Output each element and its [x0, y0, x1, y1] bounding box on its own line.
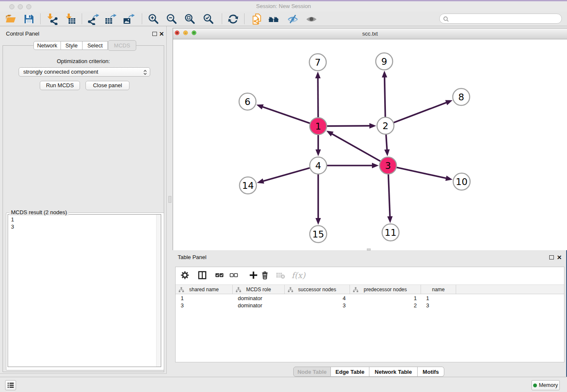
column-header-3[interactable]: predecessor nodes: [350, 285, 421, 294]
column-header-0[interactable]: shared name: [176, 285, 233, 294]
table-cell[interactable]: dominator: [238, 295, 285, 302]
memory-button[interactable]: Memory: [531, 380, 560, 390]
table-cell[interactable]: 1: [181, 295, 233, 302]
close-window-button[interactable]: [9, 4, 14, 9]
mcds-result-scrollbar[interactable]: [156, 215, 161, 367]
tab-style[interactable]: Style: [61, 41, 83, 50]
zoom-fit-icon[interactable]: [184, 13, 196, 25]
task-history-button[interactable]: [5, 380, 16, 390]
network-window-title: scc.txt: [173, 28, 567, 39]
table-cell[interactable]: 3: [426, 302, 456, 309]
hide-view-icon[interactable]: [287, 13, 299, 25]
table-tabs: Node TableEdge TableNetwork TableMotifs: [293, 367, 444, 377]
close-panel-icon[interactable]: ✕: [159, 31, 164, 36]
export-network-icon[interactable]: [87, 13, 99, 25]
graph-node-label: 14: [242, 180, 254, 191]
table-cell[interactable]: 4: [285, 295, 346, 302]
split-divider-handle[interactable]: [367, 248, 371, 251]
table-cell[interactable]: 3: [181, 302, 233, 309]
save-icon[interactable]: [23, 13, 35, 25]
zoom-selected-icon[interactable]: [203, 13, 215, 25]
graph-node-label: 4: [315, 160, 321, 171]
network-share-doc-icon[interactable]: [251, 13, 263, 25]
graph-edge-arrow: [256, 104, 264, 109]
graph-edge-arrow: [257, 178, 264, 183]
home-views-icon[interactable]: [268, 13, 280, 25]
dropdown-stepper-icon: [143, 69, 147, 76]
tab-node-table[interactable]: Node Table: [293, 367, 331, 377]
graph-edge-arrow: [446, 176, 453, 181]
minimize-window-button[interactable]: [18, 4, 23, 9]
columns-icon[interactable]: [198, 271, 207, 280]
graph-edge[interactable]: [385, 102, 448, 126]
graph-edge-arrow: [387, 216, 393, 223]
column-header-4[interactable]: name: [421, 285, 456, 294]
graph-edge[interactable]: [331, 133, 388, 166]
table-header: shared nameMCDS rolesuccessor nodesprede…: [176, 284, 564, 294]
memory-label: Memory: [539, 382, 558, 388]
graph-edge-arrow: [382, 71, 387, 77]
select-all-icon[interactable]: [215, 271, 224, 280]
tab-network[interactable]: Network: [33, 41, 61, 50]
delete-table-icon[interactable]: [276, 271, 285, 280]
import-table-icon[interactable]: [64, 13, 76, 25]
export-image-icon[interactable]: [123, 13, 135, 25]
mcds-result-text[interactable]: 1 3: [8, 214, 161, 367]
optimization-dropdown[interactable]: strongly connected component: [19, 67, 150, 77]
graph-edge-arrow: [315, 72, 321, 78]
maximize-icon[interactable]: +: [192, 30, 196, 35]
show-view-icon[interactable]: [306, 13, 317, 25]
function-builder-icon: f(x): [292, 271, 306, 280]
toolbar-separator: [222, 14, 222, 24]
minimize-icon[interactable]: −: [183, 30, 188, 35]
refresh-icon[interactable]: [227, 13, 239, 25]
open-folder-icon[interactable]: [5, 13, 17, 25]
control-panel-tabs: NetworkStyleSelectMCDS: [33, 41, 136, 50]
search-icon: [443, 16, 449, 22]
table-cell[interactable]: 3: [285, 302, 346, 309]
split-divider-handle[interactable]: [168, 196, 171, 203]
tab-network-table[interactable]: Network Table: [369, 367, 418, 377]
zoom-in-icon[interactable]: [148, 13, 160, 25]
export-table-icon[interactable]: [105, 13, 116, 25]
table-cell[interactable]: dominator: [238, 302, 285, 309]
graph-node-label: 10: [456, 177, 468, 187]
toolbar-separator: [40, 14, 41, 24]
main-toolbar: [0, 11, 567, 26]
close-icon[interactable]: ✕: [175, 30, 179, 35]
tab-select[interactable]: Select: [83, 41, 108, 50]
close-panel-button[interactable]: Close panel: [85, 81, 129, 90]
search-input[interactable]: [439, 14, 562, 24]
graph-edge-arrow: [384, 149, 390, 156]
import-network-icon[interactable]: [46, 13, 58, 25]
tab-edge-table[interactable]: Edge Table: [331, 367, 369, 377]
graph-node-label: 8: [458, 92, 464, 102]
table-cell[interactable]: 1: [426, 295, 456, 302]
delete-row-icon[interactable]: [260, 271, 270, 280]
float-panel-icon[interactable]: [549, 255, 554, 259]
table-cell[interactable]: 1: [350, 295, 417, 302]
app-titlebar: Session: New Session: [0, 1, 567, 11]
zoom-out-icon[interactable]: [166, 13, 178, 25]
tab-mcds[interactable]: MCDS: [108, 40, 136, 51]
add-row-icon[interactable]: [249, 271, 258, 280]
sort-icon: [353, 287, 358, 293]
network-canvas[interactable]: 7968124314101511: [173, 39, 567, 250]
gear-icon[interactable]: [180, 271, 190, 280]
zoom-window-button[interactable]: [26, 4, 31, 9]
close-panel-icon[interactable]: ✕: [557, 255, 562, 260]
float-panel-icon[interactable]: [152, 32, 157, 36]
control-panel-title: Control Panel: [6, 30, 39, 37]
column-header-2[interactable]: successor nodes: [285, 285, 350, 294]
table-cell[interactable]: 2: [350, 302, 417, 309]
run-mcds-button[interactable]: Run MCDS: [40, 81, 80, 90]
graph-edge[interactable]: [261, 106, 318, 126]
select-none-icon[interactable]: [229, 271, 238, 280]
column-header-1[interactable]: MCDS role: [233, 285, 285, 294]
tab-motifs[interactable]: Motifs: [418, 367, 444, 377]
graph-edge-arrow: [372, 163, 379, 168]
graph-edge-arrow: [316, 218, 321, 225]
table-panel: Table Panel ✕ f(x) shared nameMCDS roles…: [173, 252, 567, 374]
graph-edge[interactable]: [388, 166, 448, 179]
graph-node-label: 15: [312, 229, 324, 240]
